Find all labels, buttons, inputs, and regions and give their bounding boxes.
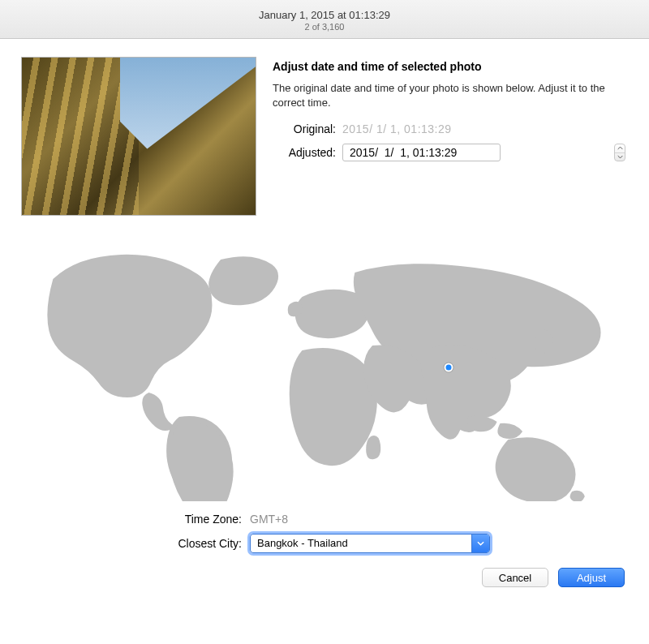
adjusted-label: Adjusted: [273, 146, 342, 159]
timezone-value: GMT+8 [250, 513, 493, 526]
dialog-footer: Cancel Adjust [21, 568, 628, 587]
panel-heading: Adjust date and time of selected photo [273, 60, 628, 73]
adjusted-datetime-input[interactable] [342, 144, 501, 161]
stepper-down-icon[interactable] [615, 153, 625, 161]
photo-thumbnail [21, 57, 256, 216]
closest-city-combobox[interactable]: Bangkok - Thailand [250, 534, 490, 553]
dialog-content: Adjust date and time of selected photo T… [0, 39, 649, 602]
panel-description: The original date and time of your photo… [273, 81, 628, 109]
combobox-arrow-icon[interactable] [471, 535, 489, 552]
original-label: Original: [273, 122, 342, 135]
titlebar-count: 2 of 3,160 [305, 22, 345, 32]
timezone-section: Time Zone: GMT+8 Closest City: Bangkok -… [21, 513, 628, 553]
titlebar-date: January 1, 2015 at 01:13:29 [259, 9, 390, 21]
cancel-button[interactable]: Cancel [482, 568, 548, 587]
stepper-up-icon[interactable] [615, 144, 625, 153]
world-map[interactable] [21, 248, 628, 501]
closest-city-value: Bangkok - Thailand [251, 535, 471, 552]
adjust-panel: Adjust date and time of selected photo T… [273, 57, 628, 216]
closest-city-label: Closest City: [21, 537, 250, 550]
location-pin-icon [445, 363, 453, 371]
titlebar: January 1, 2015 at 01:13:29 2 of 3,160 [0, 0, 649, 39]
adjust-button[interactable]: Adjust [558, 568, 625, 587]
original-value: 2015/ 1/ 1, 01:13:29 [342, 122, 612, 135]
top-section: Adjust date and time of selected photo T… [21, 57, 628, 216]
datetime-stepper[interactable] [614, 144, 625, 161]
datetime-fields: Original: 2015/ 1/ 1, 01:13:29 Adjusted: [273, 122, 628, 161]
timezone-label: Time Zone: [21, 513, 250, 526]
world-map-svg [21, 248, 628, 501]
